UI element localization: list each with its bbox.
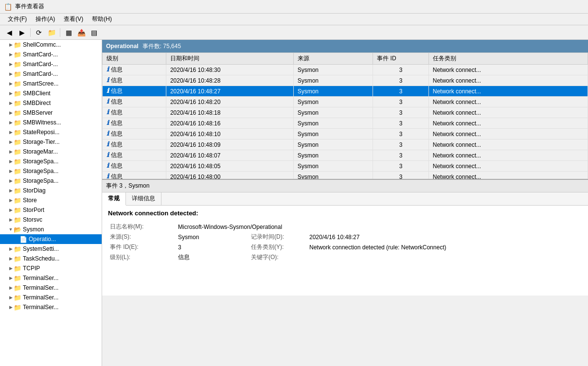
cell-category: Network connect...: [428, 172, 588, 179]
cell-id: 3: [373, 97, 429, 107]
sidebar-item-smartcard1[interactable]: ▶ 📁 SmartCard-...: [0, 50, 102, 59]
chevron-icon: ▶: [8, 101, 14, 105]
table-row[interactable]: ℹ信息2020/4/16 10:48:00Sysmon3Network conn…: [103, 172, 588, 179]
table-row[interactable]: ℹ信息2020/4/16 10:48:10Sysmon3Network conn…: [103, 129, 588, 139]
detail-label-recorded: 记录时间(D):: [249, 232, 307, 242]
event-list-header: Operational 事件数: 75,645: [102, 40, 588, 52]
sidebar-item-taskschedu[interactable]: ▶ 📁 TaskSchedu...: [0, 254, 102, 263]
sidebar-item-smartcard2[interactable]: ▶ 📁 SmartCard-...: [0, 59, 102, 69]
cell-source: Sysmon: [293, 172, 373, 179]
sidebar-label: TaskSchedu...: [23, 255, 59, 262]
sidebar-item-tcpip[interactable]: ▶ 📁 TCPIP: [0, 263, 102, 273]
table-row[interactable]: ℹ信息2020/4/16 10:48:20Sysmon3Network conn…: [103, 97, 588, 107]
sidebar-item-store[interactable]: ▶ 📁 Store: [0, 195, 102, 205]
chevron-icon: ▶: [8, 149, 14, 154]
info-icon: ℹ: [107, 173, 109, 179]
chevron-icon: ▶: [8, 208, 14, 212]
folder-icon: 📁: [14, 265, 21, 272]
cell-source: Sysmon: [293, 65, 373, 75]
sidebar-item-shellcommc[interactable]: ▶ 📁 ShellCommc...: [0, 40, 102, 50]
menu-help[interactable]: 帮助(H): [88, 14, 116, 24]
cell-source: Sysmon: [293, 118, 373, 129]
cell-category: Network connect...: [428, 118, 588, 129]
sidebar-label: SmartCard-...: [23, 61, 58, 68]
chevron-icon: ▶: [8, 159, 14, 164]
menu-view[interactable]: 查看(V): [60, 14, 87, 24]
chevron-icon: ▶: [8, 256, 14, 261]
folder-icon: 📁: [14, 61, 21, 68]
table-row[interactable]: ℹ信息2020/4/16 10:48:09Sysmon3Network conn…: [103, 139, 588, 150]
filter-button[interactable]: ▤: [89, 27, 99, 38]
sidebar-item-sysmon[interactable]: ▼ 📂 Sysmon: [0, 225, 102, 234]
sidebar-item-terminalser2[interactable]: ▶ 📁 TerminalSer...: [0, 283, 102, 293]
menu-file[interactable]: 文件(F): [4, 14, 31, 24]
chevron-icon: ▶: [8, 110, 14, 115]
chevron-icon: ▶: [8, 139, 14, 144]
folder-button[interactable]: 📁: [46, 27, 57, 38]
chevron-icon: ▶: [8, 305, 14, 310]
table-row[interactable]: ℹ信息2020/4/16 10:48:28Sysmon3Network conn…: [103, 75, 588, 86]
sidebar-item-systemsetti[interactable]: ▶ 📁 SystemSetti...: [0, 244, 102, 254]
info-icon: ℹ: [107, 66, 109, 73]
info-icon: ℹ: [107, 87, 109, 94]
sidebar-item-storagespa3[interactable]: ▶ 📁 StorageSpa...: [0, 176, 102, 186]
app-title: 事件查看器: [15, 2, 44, 11]
sidebar-label: TerminalSer...: [23, 284, 58, 291]
export-button[interactable]: 📤: [76, 27, 87, 38]
sidebar-item-stordiag[interactable]: ▶ 📁 StorDiag: [0, 186, 102, 195]
folder-icon: 📁: [14, 284, 21, 292]
refresh-button[interactable]: ⟳: [34, 27, 44, 38]
sidebar-item-smbserver[interactable]: ▶ 📁 SMBServer: [0, 108, 102, 118]
col-datetime[interactable]: 日期和时间: [166, 53, 293, 65]
sidebar-item-storport[interactable]: ▶ 📁 StorPort: [0, 205, 102, 215]
folder-icon: 📁: [14, 119, 21, 126]
cell-source: Sysmon: [293, 150, 373, 161]
app-icon: 📋: [4, 3, 12, 11]
table-row[interactable]: ℹ信息2020/4/16 10:48:27Sysmon3Network conn…: [103, 86, 588, 97]
col-level[interactable]: 级别: [103, 53, 166, 65]
sidebar-item-storagespa2[interactable]: ▶ 📁 StorageSpa...: [0, 166, 102, 176]
sidebar-label: SMBServer: [23, 109, 53, 116]
sidebar-item-storagespa1[interactable]: ▶ 📁 StorageSpa...: [0, 157, 102, 166]
sidebar-item-smartscreen[interactable]: ▶ 📁 SmartScree...: [0, 79, 102, 88]
detail-row-eventid: 事件 ID(E): 3 任务类别(Y): Network connection …: [108, 242, 582, 252]
tab-general[interactable]: 常规: [102, 192, 126, 206]
menu-bar: 文件(F) 操作(A) 查看(V) 帮助(H): [0, 14, 588, 25]
info-icon: ℹ: [107, 151, 109, 158]
sidebar-item-smbwitness[interactable]: ▶ 📁 SMBWitness...: [0, 118, 102, 127]
cell-category: Network connect...: [428, 97, 588, 107]
sidebar-item-storage-tier[interactable]: ▶ 📁 Storage-Tier...: [0, 137, 102, 147]
sidebar-item-smbclient[interactable]: ▶ 📁 SMBClient: [0, 88, 102, 98]
col-source[interactable]: 来源: [293, 53, 373, 65]
cell-id: 3: [373, 86, 429, 97]
chevron-icon: ▶: [8, 198, 14, 203]
detail-label-logname: 日志名称(M):: [108, 222, 176, 232]
table-row[interactable]: ℹ信息2020/4/16 10:48:07Sysmon3Network conn…: [103, 150, 588, 161]
forward-button[interactable]: ▶: [17, 27, 27, 38]
sidebar-item-smbdirect[interactable]: ▶ 📁 SMBDirect: [0, 98, 102, 108]
sidebar-item-storsvc[interactable]: ▶ 📁 Storsvc: [0, 215, 102, 225]
sidebar-item-statereposi[interactable]: ▶ 📁 StateReposi...: [0, 127, 102, 137]
table-row[interactable]: ℹ信息2020/4/16 10:48:16Sysmon3Network conn…: [103, 118, 588, 129]
chevron-icon: ▶: [8, 62, 14, 67]
info-icon: ℹ: [107, 98, 109, 105]
folder-icon: 📁: [14, 216, 21, 224]
sidebar-item-terminalser4[interactable]: ▶ 📁 TerminalSer...: [0, 302, 102, 312]
toggle-button[interactable]: ▦: [63, 27, 74, 38]
cell-source: Sysmon: [293, 97, 373, 107]
sidebar-item-terminalser1[interactable]: ▶ 📁 TerminalSer...: [0, 273, 102, 283]
back-button[interactable]: ◀: [4, 27, 15, 38]
table-row[interactable]: ℹ信息2020/4/16 10:48:18Sysmon3Network conn…: [103, 107, 588, 118]
sidebar-item-smartcard3[interactable]: ▶ 📁 SmartCard-...: [0, 69, 102, 79]
col-category[interactable]: 任务类别: [428, 53, 588, 65]
cell-category: Network connect...: [428, 107, 588, 118]
tab-details[interactable]: 详细信息: [126, 192, 161, 205]
sidebar-item-operational[interactable]: 📄 Operatio...: [0, 234, 102, 244]
sidebar-item-storagemar[interactable]: ▶ 📁 StorageMar...: [0, 147, 102, 157]
menu-action[interactable]: 操作(A): [32, 14, 59, 24]
table-row[interactable]: ℹ信息2020/4/16 10:48:05Sysmon3Network conn…: [103, 161, 588, 172]
col-id[interactable]: 事件 ID: [373, 53, 429, 65]
table-row[interactable]: ℹ信息2020/4/16 10:48:30Sysmon3Network conn…: [103, 65, 588, 75]
sidebar-item-terminalser3[interactable]: ▶ 📁 TerminalSer...: [0, 293, 102, 302]
cell-id: 3: [373, 129, 429, 139]
